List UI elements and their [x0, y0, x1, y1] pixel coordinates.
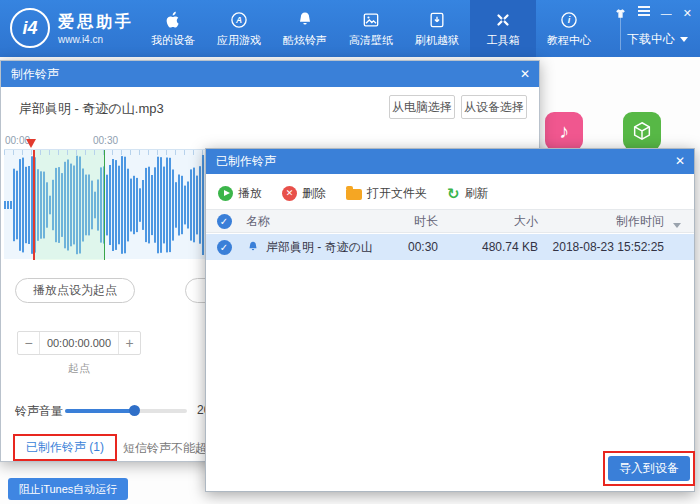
menu-icon[interactable] — [638, 6, 650, 20]
pick-from-pc-button[interactable]: 从电脑选择 — [389, 95, 455, 119]
close-icon[interactable]: ✕ — [683, 6, 692, 20]
timeline-mark-label: 00:30 — [93, 135, 118, 146]
flash-icon — [427, 10, 447, 30]
apple-icon — [163, 10, 183, 30]
wallpaper-icon — [361, 10, 381, 30]
play-button[interactable]: 播放 — [218, 185, 262, 202]
music-note-icon: ♪ — [559, 120, 569, 143]
close-icon[interactable]: ✕ — [520, 61, 530, 87]
nav-label: 刷机越狱 — [415, 33, 459, 48]
chevron-down-icon — [680, 37, 688, 46]
nav-label: 工具箱 — [487, 33, 520, 48]
nav-item-flash-jailbreak[interactable]: 刷机越狱 — [404, 0, 470, 57]
dialog-titlebar: 制作铃声 ✕ — [1, 61, 539, 87]
delete-icon: ✕ — [282, 186, 297, 201]
refresh-icon: ↻ — [447, 186, 460, 201]
nav-label: 酷炫铃声 — [283, 33, 327, 48]
app-logo[interactable]: i4 爱思助手 www.i4.cn — [10, 8, 134, 48]
pick-from-device-button[interactable]: 从设备选择 — [461, 95, 527, 119]
made-ringtones-link[interactable]: 已制作铃声 (1) — [26, 439, 104, 456]
column-size[interactable]: 大小 — [442, 213, 542, 230]
toolbar-label: 播放 — [238, 185, 262, 202]
svg-text:i: i — [568, 15, 571, 25]
app-window: i4 爱思助手 www.i4.cn 我的设备 A 应用游戏 — [0, 0, 700, 504]
selection-region — [34, 150, 105, 260]
game-icon: A — [229, 10, 249, 30]
start-point-label: 起点 — [17, 361, 141, 376]
close-icon[interactable]: ✕ — [675, 149, 685, 174]
app-site: www.i4.cn — [58, 34, 134, 45]
nav-item-apps-games[interactable]: A 应用游戏 — [206, 0, 272, 57]
column-created[interactable]: 制作时间 — [542, 213, 694, 230]
toolbox-icon — [493, 10, 513, 30]
open-folder-button[interactable]: 打开文件夹 — [346, 185, 427, 202]
table-row[interactable]: ✓ 岸部眞明 - 奇迹の山 00:30 480.74 KB 2018-08-23… — [206, 234, 694, 260]
app-title: 爱思助手 — [58, 12, 134, 33]
svg-text:A: A — [235, 15, 242, 25]
volume-slider[interactable] — [65, 409, 187, 413]
folder-icon — [346, 189, 362, 200]
nav-item-my-devices[interactable]: 我的设备 — [140, 0, 206, 57]
header-divider — [620, 10, 621, 50]
playhead-flag-icon — [26, 139, 36, 153]
playhead-line[interactable] — [33, 150, 35, 260]
nav-item-ringtones[interactable]: 酷炫铃声 — [272, 0, 338, 57]
nav-label: 应用游戏 — [217, 33, 261, 48]
ringtone-tool-tile[interactable]: ♪ — [545, 112, 583, 150]
import-to-device-button[interactable]: 导入到设备 — [608, 456, 690, 481]
nav-label: 我的设备 — [151, 33, 195, 48]
ringtone-toolbar: 播放 ✕ 删除 打开文件夹 ↻ 刷新 — [218, 182, 489, 204]
app-header: i4 爱思助手 www.i4.cn 我的设备 A 应用游戏 — [0, 0, 700, 57]
bell-icon — [246, 240, 260, 254]
info-icon: i — [559, 10, 579, 30]
row-duration: 00:30 — [384, 240, 442, 254]
highlight-box: 导入到设备 — [603, 451, 695, 486]
row-size: 480.74 KB — [442, 240, 542, 254]
stepper-minus-button[interactable]: − — [18, 332, 40, 354]
nav-item-wallpapers[interactable]: 高清壁纸 — [338, 0, 404, 57]
nav-item-tutorials[interactable]: i 教程中心 — [536, 0, 602, 57]
block-itunes-button[interactable]: 阻止iTunes自动运行 — [8, 478, 128, 500]
table-header: ✓ 名称 时长 大小 制作时间 — [206, 209, 694, 233]
download-center-button[interactable]: 下载中心 — [627, 31, 688, 48]
made-ringtones-dialog: 已制作铃声 ✕ 播放 ✕ 删除 打开文件夹 ↻ 刷新 — [205, 148, 695, 492]
toolbar-label: 打开文件夹 — [367, 185, 427, 202]
cube-tool-tile[interactable] — [623, 112, 661, 150]
dialog-titlebar: 已制作铃声 ✕ — [206, 149, 694, 174]
play-icon — [218, 186, 233, 201]
start-time-value[interactable]: 00:00:00.000 — [40, 332, 118, 354]
main-nav: 我的设备 A 应用游戏 酷炫铃声 高清壁纸 — [140, 0, 602, 57]
dialog-title: 已制作铃声 — [216, 154, 276, 168]
nav-label: 高清壁纸 — [349, 33, 393, 48]
download-center-label: 下载中心 — [627, 31, 675, 48]
row-created: 2018-08-23 15:52:25 — [542, 240, 694, 254]
delete-button[interactable]: ✕ 删除 — [282, 185, 326, 202]
window-controls: — ✕ — [614, 6, 692, 20]
row-checkbox[interactable]: ✓ — [217, 240, 232, 255]
nav-label: 教程中心 — [547, 33, 591, 48]
volume-label: 铃声音量 — [15, 403, 63, 420]
select-all-checkbox[interactable]: ✓ — [217, 214, 232, 229]
row-name: 岸部眞明 - 奇迹の山 — [266, 239, 373, 256]
dialog-title: 制作铃声 — [11, 67, 59, 81]
nav-item-toolbox[interactable]: 工具箱 — [470, 0, 536, 57]
cube-icon — [631, 120, 653, 142]
toolbar-label: 删除 — [302, 185, 326, 202]
sort-caret-icon — [673, 223, 681, 232]
volume-slider-fill — [65, 409, 135, 413]
minimize-icon[interactable]: — — [661, 6, 672, 20]
start-time-stepper: − 00:00:00.000 + — [17, 331, 141, 355]
set-start-button[interactable]: 播放点设为起点 — [15, 278, 135, 303]
logo-badge: i4 — [10, 8, 50, 48]
column-duration[interactable]: 时长 — [384, 213, 442, 230]
stepper-plus-button[interactable]: + — [118, 332, 140, 354]
bell-icon — [295, 10, 315, 30]
refresh-button[interactable]: ↻ 刷新 — [447, 185, 489, 202]
highlight-box: 已制作铃声 (1) — [13, 434, 117, 461]
ringtone-filename: 岸部眞明 - 奇迹の山.mp3 — [19, 100, 164, 118]
volume-slider-handle[interactable] — [129, 405, 140, 416]
toolbar-label: 刷新 — [465, 185, 489, 202]
column-name[interactable]: 名称 — [246, 213, 270, 230]
